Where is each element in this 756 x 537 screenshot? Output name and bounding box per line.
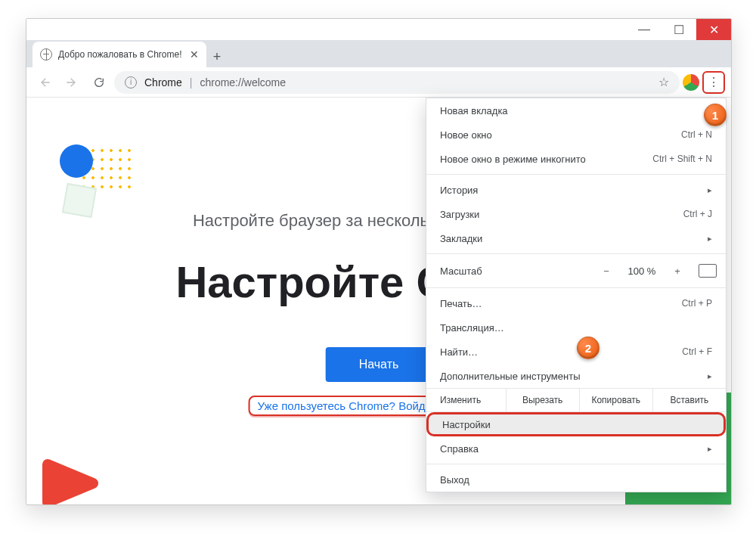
fullscreen-icon[interactable] bbox=[699, 264, 717, 278]
site-info-icon[interactable]: i bbox=[125, 76, 137, 88]
menu-label: Дополнительные инструменты bbox=[440, 371, 581, 382]
decorative-triangle bbox=[40, 453, 101, 504]
chrome-menu-button[interactable]: ⋮ bbox=[702, 71, 725, 94]
chevron-right-icon: ▸ bbox=[708, 234, 712, 244]
menu-label: История bbox=[440, 185, 478, 196]
chevron-right-icon: ▸ bbox=[708, 444, 712, 454]
menu-settings[interactable]: Настройки bbox=[426, 412, 726, 436]
menu-copy[interactable]: Копировать bbox=[580, 389, 653, 411]
menu-label: Масштаб bbox=[440, 265, 591, 277]
menu-new-window[interactable]: Новое окноCtrl + N bbox=[426, 123, 726, 147]
menu-help[interactable]: Справка▸ bbox=[426, 436, 726, 461]
menu-label: Найти… bbox=[440, 346, 478, 358]
menu-cast[interactable]: Трансляция… bbox=[426, 315, 726, 340]
window-minimize-button[interactable]: — bbox=[627, 19, 662, 40]
kebab-icon: ⋮ bbox=[708, 75, 720, 89]
menu-find[interactable]: Найти…Ctrl + F bbox=[426, 340, 726, 364]
forward-button[interactable] bbox=[60, 70, 84, 95]
menu-label: Новое окно в режиме инкогнито bbox=[440, 154, 586, 165]
arrow-right-icon bbox=[66, 76, 78, 88]
new-tab-button[interactable]: + bbox=[206, 46, 228, 67]
zoom-value: 100 % bbox=[621, 265, 662, 277]
menu-label: Трансляция… bbox=[440, 322, 504, 334]
omnibox-host: Chrome bbox=[144, 76, 182, 88]
browser-window: — ☐ ✕ Добро пожаловать в Chrome! ✕ + i C… bbox=[26, 18, 732, 505]
menu-shortcut: Ctrl + F bbox=[682, 346, 712, 357]
window-titlebar: — ☐ ✕ bbox=[26, 19, 731, 40]
zoom-out-button[interactable]: − bbox=[596, 265, 617, 277]
chevron-right-icon: ▸ bbox=[708, 185, 712, 195]
omnibox-path: chrome://welcome bbox=[200, 76, 286, 88]
menu-edit-label: Изменить bbox=[426, 389, 507, 411]
reload-button[interactable] bbox=[87, 70, 111, 95]
back-button[interactable] bbox=[33, 70, 57, 95]
menu-downloads[interactable]: ЗагрузкиCtrl + J bbox=[426, 202, 726, 226]
menu-shortcut: Ctrl + Shift + N bbox=[652, 154, 712, 164]
menu-history[interactable]: История▸ bbox=[426, 178, 726, 202]
menu-label: Печать… bbox=[440, 298, 482, 309]
chevron-right-icon: ▸ bbox=[708, 371, 712, 381]
menu-shortcut: Ctrl + P bbox=[682, 298, 712, 309]
menu-zoom-row: Масштаб − 100 % + bbox=[426, 257, 726, 284]
start-button[interactable]: Начать bbox=[326, 347, 432, 382]
menu-label: Выход bbox=[440, 474, 469, 486]
menu-label: Настройки bbox=[442, 419, 491, 430]
browser-tab[interactable]: Добро пожаловать в Chrome! ✕ bbox=[33, 42, 206, 67]
reload-icon bbox=[93, 76, 105, 88]
menu-shortcut: Ctrl + N bbox=[681, 129, 712, 140]
svg-marker-0 bbox=[48, 464, 93, 502]
menu-label: Справка bbox=[440, 443, 479, 455]
menu-label: Новое окно bbox=[440, 129, 492, 141]
menu-new-tab[interactable]: Новая вкладка bbox=[426, 98, 726, 123]
menu-edit-row: Изменить Вырезать Копировать Вставить bbox=[426, 388, 726, 412]
menu-label: Закладки bbox=[440, 233, 482, 244]
browser-toolbar: i Chrome | chrome://welcome ☆ ⋮ bbox=[26, 67, 731, 98]
omnibox-separator: | bbox=[190, 76, 193, 88]
menu-label: Загрузки bbox=[440, 209, 479, 220]
callout-badge-2: 2 bbox=[577, 337, 600, 359]
menu-bookmarks[interactable]: Закладки▸ bbox=[426, 226, 726, 250]
globe-icon bbox=[40, 48, 52, 61]
zoom-in-button[interactable]: + bbox=[667, 265, 688, 277]
profile-avatar[interactable] bbox=[683, 74, 699, 91]
menu-label: Новая вкладка bbox=[440, 105, 508, 116]
menu-exit[interactable]: Выход bbox=[426, 467, 726, 492]
callout-badge-1: 1 bbox=[704, 104, 727, 126]
menu-cut[interactable]: Вырезать bbox=[507, 389, 580, 411]
tab-title: Добро пожаловать в Chrome! bbox=[58, 49, 182, 60]
tab-strip: Добро пожаловать в Chrome! ✕ + bbox=[26, 40, 731, 67]
bookmark-star-icon[interactable]: ☆ bbox=[658, 75, 669, 89]
chrome-menu: Новая вкладка Новое окноCtrl + N Новое о… bbox=[426, 98, 727, 492]
menu-shortcut: Ctrl + J bbox=[683, 209, 712, 219]
menu-paste[interactable]: Вставить bbox=[653, 389, 726, 411]
menu-incognito[interactable]: Новое окно в режиме инкогнитоCtrl + Shif… bbox=[426, 147, 726, 171]
address-bar[interactable]: i Chrome | chrome://welcome ☆ bbox=[114, 71, 680, 94]
window-maximize-button[interactable]: ☐ bbox=[662, 19, 696, 40]
decorative-circle bbox=[60, 144, 93, 178]
tab-close-icon[interactable]: ✕ bbox=[190, 48, 199, 61]
window-close-button[interactable]: ✕ bbox=[696, 19, 731, 40]
arrow-left-icon bbox=[39, 76, 51, 88]
menu-print[interactable]: Печать…Ctrl + P bbox=[426, 291, 726, 315]
menu-more-tools[interactable]: Дополнительные инструменты▸ bbox=[426, 364, 726, 388]
